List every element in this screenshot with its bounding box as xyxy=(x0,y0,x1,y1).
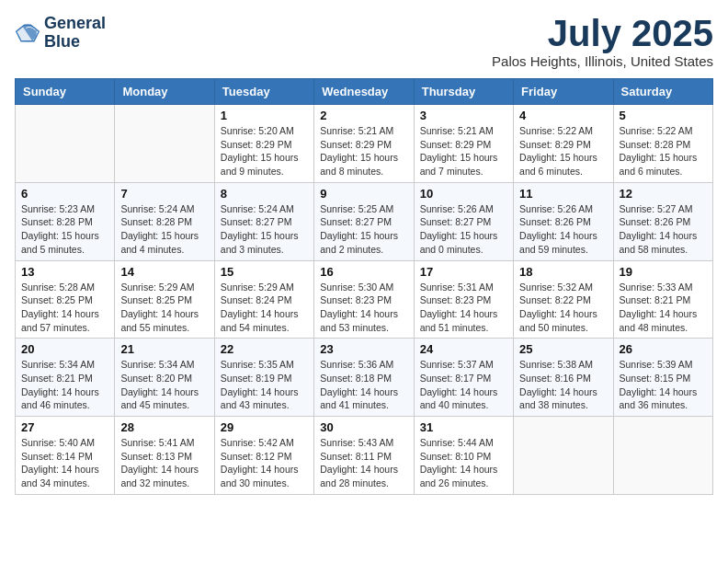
calendar-table: SundayMondayTuesdayWednesdayThursdayFrid… xyxy=(15,78,713,495)
days-of-week-row: SundayMondayTuesdayWednesdayThursdayFrid… xyxy=(16,79,713,105)
day-info: Sunrise: 5:36 AM Sunset: 8:18 PM Dayligh… xyxy=(320,358,407,412)
calendar-cell xyxy=(115,105,214,183)
day-number: 30 xyxy=(320,420,407,434)
calendar-cell: 9Sunrise: 5:25 AM Sunset: 8:27 PM Daylig… xyxy=(314,182,414,260)
day-info: Sunrise: 5:22 AM Sunset: 8:29 PM Dayligh… xyxy=(519,124,607,178)
day-info: Sunrise: 5:24 AM Sunset: 8:27 PM Dayligh… xyxy=(221,202,308,257)
month-title: July 2025 xyxy=(492,15,713,52)
day-info: Sunrise: 5:29 AM Sunset: 8:25 PM Dayligh… xyxy=(120,281,208,335)
calendar-cell xyxy=(613,417,712,495)
calendar-cell: 3Sunrise: 5:21 AM Sunset: 8:29 PM Daylig… xyxy=(414,105,513,183)
day-info: Sunrise: 5:35 AM Sunset: 8:19 PM Dayligh… xyxy=(221,358,308,412)
logo-text: General Blue xyxy=(44,15,106,52)
day-info: Sunrise: 5:34 AM Sunset: 8:21 PM Dayligh… xyxy=(21,358,108,412)
calendar-cell: 12Sunrise: 5:27 AM Sunset: 8:26 PM Dayli… xyxy=(613,182,712,260)
day-number: 20 xyxy=(21,342,108,356)
day-info: Sunrise: 5:37 AM Sunset: 8:17 PM Dayligh… xyxy=(420,358,507,412)
week-row-3: 13Sunrise: 5:28 AM Sunset: 8:25 PM Dayli… xyxy=(16,260,713,339)
day-info: Sunrise: 5:38 AM Sunset: 8:16 PM Dayligh… xyxy=(519,358,607,412)
calendar-cell: 2Sunrise: 5:21 AM Sunset: 8:29 PM Daylig… xyxy=(314,105,414,183)
calendar-cell: 7Sunrise: 5:24 AM Sunset: 8:28 PM Daylig… xyxy=(115,182,214,260)
logo-icon xyxy=(15,20,40,46)
calendar-cell: 6Sunrise: 5:23 AM Sunset: 8:28 PM Daylig… xyxy=(16,182,115,260)
day-info: Sunrise: 5:30 AM Sunset: 8:23 PM Dayligh… xyxy=(320,281,407,335)
calendar-cell: 5Sunrise: 5:22 AM Sunset: 8:28 PM Daylig… xyxy=(613,105,712,183)
day-info: Sunrise: 5:24 AM Sunset: 8:28 PM Dayligh… xyxy=(120,202,208,257)
calendar-cell: 18Sunrise: 5:32 AM Sunset: 8:22 PM Dayli… xyxy=(514,260,613,339)
day-of-week-friday: Friday xyxy=(514,79,613,105)
day-info: Sunrise: 5:32 AM Sunset: 8:22 PM Dayligh… xyxy=(519,281,607,335)
calendar-cell: 15Sunrise: 5:29 AM Sunset: 8:24 PM Dayli… xyxy=(214,260,313,339)
day-info: Sunrise: 5:33 AM Sunset: 8:21 PM Dayligh… xyxy=(620,281,707,335)
day-info: Sunrise: 5:25 AM Sunset: 8:27 PM Dayligh… xyxy=(320,202,407,257)
day-info: Sunrise: 5:20 AM Sunset: 8:29 PM Dayligh… xyxy=(221,124,308,178)
day-number: 6 xyxy=(21,187,108,201)
week-row-2: 6Sunrise: 5:23 AM Sunset: 8:28 PM Daylig… xyxy=(16,182,713,260)
calendar-cell: 10Sunrise: 5:26 AM Sunset: 8:27 PM Dayli… xyxy=(414,182,513,260)
calendar-cell: 16Sunrise: 5:30 AM Sunset: 8:23 PM Dayli… xyxy=(314,260,414,339)
day-number: 18 xyxy=(519,265,607,279)
calendar-cell: 29Sunrise: 5:42 AM Sunset: 8:12 PM Dayli… xyxy=(214,417,313,495)
day-of-week-saturday: Saturday xyxy=(613,79,712,105)
day-number: 13 xyxy=(21,265,108,279)
calendar-cell: 20Sunrise: 5:34 AM Sunset: 8:21 PM Dayli… xyxy=(16,339,115,417)
day-number: 22 xyxy=(221,342,308,356)
page-header: General Blue July 2025 Palos Heights, Il… xyxy=(15,15,713,69)
day-number: 27 xyxy=(21,420,108,434)
day-number: 2 xyxy=(320,109,407,122)
calendar-cell: 23Sunrise: 5:36 AM Sunset: 8:18 PM Dayli… xyxy=(314,339,414,417)
day-number: 10 xyxy=(420,187,507,201)
day-number: 16 xyxy=(320,265,407,279)
day-of-week-thursday: Thursday xyxy=(414,79,513,105)
calendar-cell: 24Sunrise: 5:37 AM Sunset: 8:17 PM Dayli… xyxy=(414,339,513,417)
week-row-1: 1Sunrise: 5:20 AM Sunset: 8:29 PM Daylig… xyxy=(16,105,713,183)
day-number: 4 xyxy=(519,109,607,122)
calendar-cell: 17Sunrise: 5:31 AM Sunset: 8:23 PM Dayli… xyxy=(414,260,513,339)
day-number: 7 xyxy=(120,187,208,201)
day-of-week-sunday: Sunday xyxy=(16,79,115,105)
calendar-cell xyxy=(514,417,613,495)
day-info: Sunrise: 5:22 AM Sunset: 8:28 PM Dayligh… xyxy=(620,124,707,178)
day-number: 29 xyxy=(221,420,308,434)
logo: General Blue xyxy=(15,15,106,52)
day-info: Sunrise: 5:27 AM Sunset: 8:26 PM Dayligh… xyxy=(620,202,707,257)
day-info: Sunrise: 5:28 AM Sunset: 8:25 PM Dayligh… xyxy=(21,281,108,335)
calendar-body: 1Sunrise: 5:20 AM Sunset: 8:29 PM Daylig… xyxy=(16,105,713,495)
calendar-cell: 11Sunrise: 5:26 AM Sunset: 8:26 PM Dayli… xyxy=(514,182,613,260)
day-number: 12 xyxy=(620,187,707,201)
day-of-week-tuesday: Tuesday xyxy=(214,79,313,105)
location-title: Palos Heights, Illinois, United States xyxy=(492,53,713,69)
day-info: Sunrise: 5:39 AM Sunset: 8:15 PM Dayligh… xyxy=(620,358,707,412)
day-of-week-monday: Monday xyxy=(115,79,214,105)
day-number: 9 xyxy=(320,187,407,201)
day-info: Sunrise: 5:31 AM Sunset: 8:23 PM Dayligh… xyxy=(420,281,507,335)
day-number: 28 xyxy=(120,420,208,434)
day-info: Sunrise: 5:21 AM Sunset: 8:29 PM Dayligh… xyxy=(320,124,407,178)
calendar-cell: 27Sunrise: 5:40 AM Sunset: 8:14 PM Dayli… xyxy=(16,417,115,495)
day-number: 14 xyxy=(120,265,208,279)
calendar-cell: 30Sunrise: 5:43 AM Sunset: 8:11 PM Dayli… xyxy=(314,417,414,495)
day-info: Sunrise: 5:34 AM Sunset: 8:20 PM Dayligh… xyxy=(120,358,208,412)
day-number: 21 xyxy=(120,342,208,356)
day-info: Sunrise: 5:41 AM Sunset: 8:13 PM Dayligh… xyxy=(120,436,208,490)
calendar-cell: 13Sunrise: 5:28 AM Sunset: 8:25 PM Dayli… xyxy=(16,260,115,339)
calendar-cell xyxy=(16,105,115,183)
day-number: 5 xyxy=(620,109,707,122)
calendar-cell: 1Sunrise: 5:20 AM Sunset: 8:29 PM Daylig… xyxy=(214,105,313,183)
day-number: 11 xyxy=(519,187,607,201)
day-of-week-wednesday: Wednesday xyxy=(314,79,414,105)
day-info: Sunrise: 5:21 AM Sunset: 8:29 PM Dayligh… xyxy=(420,124,507,178)
calendar-cell: 14Sunrise: 5:29 AM Sunset: 8:25 PM Dayli… xyxy=(115,260,214,339)
calendar-cell: 19Sunrise: 5:33 AM Sunset: 8:21 PM Dayli… xyxy=(613,260,712,339)
day-number: 1 xyxy=(221,109,308,122)
week-row-5: 27Sunrise: 5:40 AM Sunset: 8:14 PM Dayli… xyxy=(16,417,713,495)
day-number: 15 xyxy=(221,265,308,279)
day-info: Sunrise: 5:43 AM Sunset: 8:11 PM Dayligh… xyxy=(320,436,407,490)
day-info: Sunrise: 5:29 AM Sunset: 8:24 PM Dayligh… xyxy=(221,281,308,335)
day-info: Sunrise: 5:23 AM Sunset: 8:28 PM Dayligh… xyxy=(21,202,108,257)
calendar-cell: 26Sunrise: 5:39 AM Sunset: 8:15 PM Dayli… xyxy=(613,339,712,417)
title-block: July 2025 Palos Heights, Illinois, Unite… xyxy=(492,15,713,69)
day-info: Sunrise: 5:26 AM Sunset: 8:26 PM Dayligh… xyxy=(519,202,607,257)
day-number: 23 xyxy=(320,342,407,356)
day-number: 24 xyxy=(420,342,507,356)
